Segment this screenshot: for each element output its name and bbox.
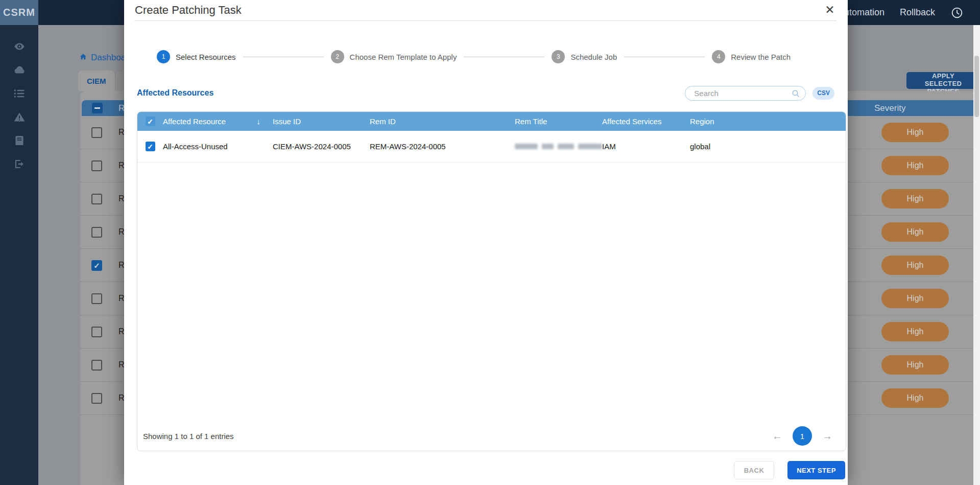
section-title: Affected Resources [137,88,213,98]
step-schedule-job[interactable]: 3 Schedule Job [552,50,617,63]
column-affected-services: Affected Services [602,117,690,126]
sidebar [0,25,38,485]
stepper: 1 Select Resources 2 Choose Rem Template… [157,49,791,64]
severity-badge: High [881,222,949,242]
eye-icon[interactable] [13,40,26,53]
list-icon[interactable] [13,87,26,100]
tab-ciem[interactable]: CIEM [78,71,115,91]
severity-badge: High [881,256,949,275]
prev-page-icon[interactable]: ← [772,430,782,442]
severity-badge: High [881,355,949,375]
search-box [685,86,806,101]
app-root: CSRM Automation Rollback [0,0,980,485]
cell-issue-id: CIEM-AWS-2024-0005 [273,142,370,151]
sort-desc-icon[interactable]: ↓ [257,117,261,126]
table-footer: Showing 1 to 1 of 1 entries ← 1 → [137,421,846,451]
section-header: Affected Resources CSV [137,85,834,101]
cell-rem-id: REM-AWS-2024-0005 [370,142,515,151]
step-connector [243,57,324,57]
table-row[interactable]: All-Access-Unused CIEM-AWS-2024-0005 REM… [137,131,846,163]
column-issue-id: Issue ID [273,117,370,126]
topbar-links: Automation Rollback [838,0,964,25]
select-all-checkbox[interactable] [92,103,103,113]
next-step-button[interactable]: NEXT STEP [787,461,845,479]
severity-badge: High [881,289,949,308]
signout-icon[interactable] [13,158,26,170]
book-icon[interactable] [13,134,26,147]
row-checkbox[interactable] [91,327,102,337]
step-select-resources[interactable]: 1 Select Resources [157,50,236,63]
severity-badge: High [881,123,949,142]
scrollbar-thumb[interactable] [974,56,979,117]
search-icon [791,89,800,100]
row-checkbox[interactable] [91,160,102,171]
column-affected-resource: Affected Resource [163,117,226,126]
modal-pagination: ← 1 → [772,426,832,446]
page-scrollbar[interactable] [973,25,980,485]
severity-badge: High [881,156,949,175]
title-divider [134,20,836,21]
row-checkbox[interactable] [91,127,102,138]
back-button[interactable]: BACK [734,461,774,479]
affected-resources-card: Affected Resource ↓ Issue ID Rem ID Rem … [137,111,846,451]
column-rem-id: Rem ID [370,117,515,126]
row-checkbox[interactable] [91,194,102,204]
cell-rem-title-redacted [515,144,602,149]
row-checkbox[interactable] [91,360,102,371]
step-connector [464,57,544,57]
column-severity: Severity [874,103,905,113]
entries-count: Showing 1 to 1 of 1 entries [143,432,234,441]
row-checkbox[interactable] [91,293,102,304]
affected-resources-header: Affected Resource ↓ Issue ID Rem ID Rem … [137,112,846,131]
severity-badge: High [881,189,949,209]
csv-export-button[interactable]: CSV [812,87,834,100]
close-icon[interactable]: ✕ [821,1,839,18]
step-choose-template[interactable]: 2 Choose Rem Template to Apply [331,50,457,63]
cell-affected-services: IAM [602,142,690,151]
home-icon [79,53,87,63]
create-patching-task-modal: Create Patching Task ✕ 1 Select Resource… [124,0,848,485]
warning-icon[interactable] [13,111,26,123]
topbar-link-rollback[interactable]: Rollback [900,7,935,18]
cell-affected-resource: All-Access-Unused [163,142,273,151]
cell-region: global [690,142,846,151]
page-number-button[interactable]: 1 [793,426,812,446]
step-connector [624,57,705,57]
modal-actions: BACK NEXT STEP [734,461,845,479]
row-checkbox-checked[interactable] [91,260,102,271]
search-input[interactable] [685,89,805,98]
select-all-checkbox[interactable] [146,117,155,126]
row-checkbox[interactable] [91,393,102,404]
row-checkbox[interactable] [91,227,102,238]
row-checkbox-checked[interactable] [146,142,155,151]
brand-logo: CSRM [0,0,38,25]
step-review-patch[interactable]: 4 Review the Patch [712,50,791,63]
apply-selected-patches-button[interactable]: APPLY SELECTED PATCHES [906,72,980,89]
column-rem-title: Rem Title [515,117,602,126]
column-region: Region [690,117,846,126]
severity-badge: High [881,388,949,408]
clock-icon[interactable] [950,6,964,19]
next-page-icon[interactable]: → [822,430,832,442]
modal-title: Create Patching Task [135,2,242,19]
cloud-icon[interactable] [13,64,26,76]
severity-badge: High [881,322,949,341]
table-tools: CSV [685,86,834,101]
